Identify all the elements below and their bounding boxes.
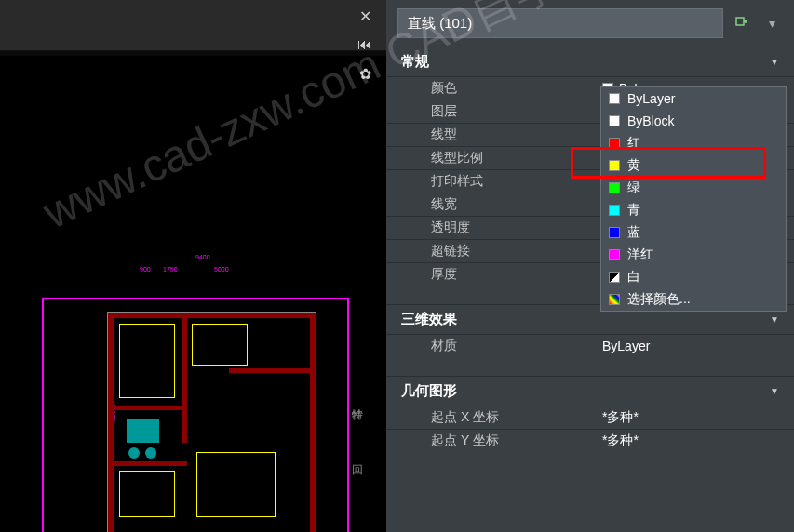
color-option-blue[interactable]: 蓝	[601, 221, 786, 244]
wall	[108, 313, 316, 318]
object-type-dropdown[interactable]: 直线 (101)	[397, 8, 723, 38]
prop-label: 厚度	[386, 266, 600, 283]
quickselect-icon[interactable]	[731, 12, 753, 34]
color-swatch	[609, 227, 620, 238]
prop-label: 打印样式	[386, 173, 600, 190]
color-option-select[interactable]: 选择颜色...	[601, 288, 786, 311]
room	[196, 452, 276, 517]
wall	[182, 313, 187, 443]
category-geometry[interactable]: 几何图形 ▼	[386, 376, 794, 406]
prop-value-start-x[interactable]: *多种*	[600, 406, 794, 429]
wall	[108, 406, 187, 410]
drawing-canvas[interactable]: 9400 900 1750 5000 12600	[0, 56, 386, 532]
prop-label: 颜色	[386, 80, 600, 97]
prop-label: 起点 X 坐标	[386, 409, 600, 426]
color-option-white[interactable]: 白	[601, 266, 786, 288]
color-swatch	[609, 115, 620, 126]
category-title: 几何图形	[401, 382, 457, 400]
option-label: 洋红	[627, 246, 653, 263]
wall	[229, 368, 313, 373]
top-toolbar	[0, 0, 386, 51]
option-label: 选择颜色...	[627, 291, 691, 308]
color-swatch	[609, 182, 620, 193]
prop-label: 图层	[386, 103, 600, 120]
option-label: 红	[627, 135, 640, 152]
option-label: 蓝	[627, 224, 640, 241]
selection-label: 直线 (101)	[408, 15, 472, 33]
dimension-text: 900	[140, 266, 151, 273]
color-dropdown-menu: ByLayer ByBlock 红 黄 绿 青 蓝 洋红 白 选择颜色...	[600, 86, 787, 312]
color-option-magenta[interactable]: 洋红	[601, 244, 786, 266]
color-swatch	[609, 93, 620, 104]
prop-label: 材质	[386, 338, 600, 354]
value-text: *多种*	[602, 432, 639, 449]
dimension-text: 9400	[195, 254, 210, 260]
dimension-text: 1750	[163, 266, 178, 273]
svg-rect-0	[736, 18, 744, 25]
color-swatch	[609, 272, 620, 283]
prop-label: 线型	[386, 126, 600, 143]
room	[192, 324, 248, 366]
option-label: ByLayer	[627, 91, 675, 106]
prop-label: 线型比例	[386, 150, 600, 166]
prop-label: 起点 Y 坐标	[386, 432, 600, 449]
color-swatch	[609, 205, 620, 216]
category-general[interactable]: 常规 ▼	[386, 47, 794, 76]
dimension-text: 5000	[214, 266, 229, 273]
selection-header: 直线 (101) ▾	[386, 0, 794, 47]
collapse-icon[interactable]: ⏮	[352, 32, 378, 58]
panel-controls: ✕ ⏮ ✿	[349, 0, 386, 89]
color-option-cyan[interactable]: 青	[601, 199, 786, 221]
color-option-yellow[interactable]: 黄	[601, 154, 786, 177]
drawing-viewport[interactable]: 9400 900 1750 5000 12600	[0, 0, 386, 532]
color-swatch	[609, 138, 620, 149]
chevron-down-icon: ▼	[770, 314, 779, 325]
color-picker-icon	[609, 294, 620, 305]
color-option-green[interactable]: 绿	[601, 177, 786, 199]
option-label: ByBlock	[627, 113, 675, 128]
color-swatch	[609, 249, 620, 260]
wall	[108, 461, 187, 466]
floorplan-walls	[107, 312, 316, 532]
wall	[108, 313, 114, 532]
fixture	[127, 419, 159, 443]
prop-label: 透明度	[386, 219, 600, 236]
fixture	[128, 447, 140, 459]
chevron-down-icon: ▼	[770, 57, 779, 67]
color-swatch	[609, 160, 620, 171]
option-label: 青	[627, 202, 640, 219]
prop-value-start-y[interactable]: *多种*	[600, 430, 794, 452]
prop-value-material[interactable]: ByLayer	[600, 335, 794, 357]
prop-row-start-y: 起点 Y 坐标 *多种*	[386, 429, 794, 452]
close-icon[interactable]: ✕	[352, 3, 378, 29]
pickset-icon[interactable]: ▾	[760, 12, 783, 34]
room	[119, 324, 175, 398]
prop-row-start-x: 起点 X 坐标 *多种*	[386, 406, 794, 429]
wall	[310, 313, 316, 532]
color-option-bylayer[interactable]: ByLayer	[601, 87, 786, 110]
option-label: 白	[627, 269, 640, 286]
color-option-byblock[interactable]: ByBlock	[601, 110, 786, 132]
room	[119, 471, 175, 517]
category-title: 常规	[401, 53, 429, 71]
option-label: 黄	[627, 157, 640, 174]
category-title: 三维效果	[401, 311, 457, 328]
chevron-down-icon: ▼	[770, 386, 779, 396]
fixture	[145, 447, 156, 459]
prop-label: 超链接	[386, 243, 600, 259]
settings-icon[interactable]: ✿	[352, 60, 378, 86]
option-label: 绿	[627, 180, 640, 196]
value-text: *多种*	[602, 409, 639, 426]
value-text: ByLayer	[602, 339, 650, 353]
prop-row-material: 材质 ByLayer	[386, 334, 794, 357]
color-option-red[interactable]: 红	[601, 132, 786, 154]
prop-label: 线宽	[386, 196, 600, 213]
